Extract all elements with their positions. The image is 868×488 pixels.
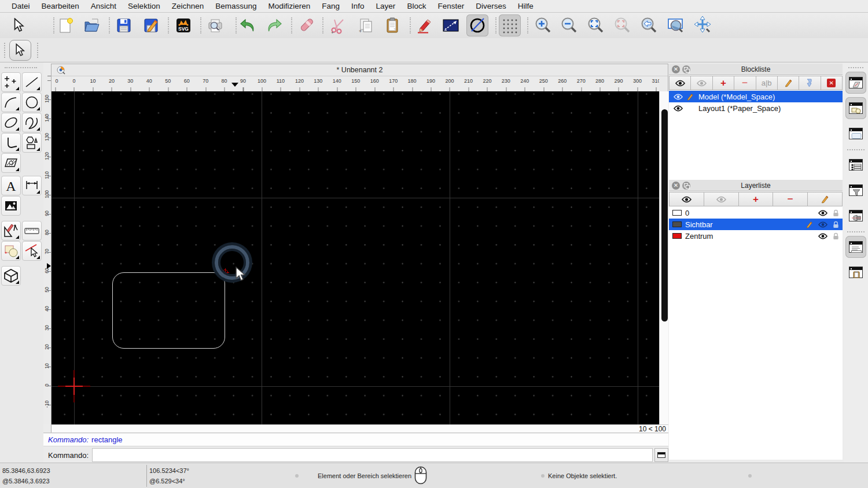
menu-layer[interactable]: Layer (370, 2, 402, 10)
tool-properties[interactable] (22, 241, 42, 261)
new-document-button[interactable] (54, 14, 76, 36)
cut-button[interactable]: + (328, 14, 350, 36)
close-icon[interactable]: ✕ (672, 65, 680, 73)
zoom-previous-button[interactable] (638, 14, 660, 36)
rename-block-button[interactable]: a|b (756, 76, 778, 90)
tool-circle[interactable] (22, 93, 42, 112)
selection-tool-button[interactable] (8, 14, 30, 36)
hide-all-blocks-button[interactable] (691, 76, 712, 90)
menu-fang[interactable]: Fang (316, 2, 345, 10)
tool-shapes[interactable] (22, 133, 42, 153)
circle-line-button[interactable] (466, 14, 488, 36)
tool-hatch[interactable] (1, 153, 21, 173)
menu-diverses[interactable]: Diverses (470, 2, 512, 10)
grid-toggle-button[interactable] (499, 14, 521, 36)
layer-item[interactable]: Zentrum (669, 230, 843, 242)
edit-block-button[interactable] (778, 76, 799, 90)
zoom-window-button[interactable] (665, 14, 687, 36)
tool-points[interactable] (1, 72, 21, 92)
undo-button[interactable] (237, 14, 259, 36)
tool-polyline[interactable] (1, 133, 21, 153)
menu-modifizieren[interactable]: Modifizieren (263, 2, 317, 10)
dock-layer-list-button[interactable] (845, 97, 866, 119)
pencil-icon[interactable] (806, 221, 813, 228)
menu-selektion[interactable]: Selektion (122, 2, 166, 10)
dock-clipboard-button[interactable] (845, 261, 866, 283)
dock-filter-button[interactable] (845, 179, 866, 201)
tool-line[interactable] (22, 72, 42, 92)
eye-icon[interactable] (818, 210, 827, 216)
menu-bemassung[interactable]: Bemassung (209, 2, 262, 10)
zoom-out-button[interactable] (558, 14, 580, 36)
tool-arc[interactable] (1, 93, 21, 112)
close-icon[interactable]: ✕ (672, 182, 680, 190)
show-all-layers-button[interactable] (669, 192, 704, 206)
eye-icon[interactable] (818, 233, 827, 239)
add-layer-button[interactable]: + (739, 192, 774, 206)
paste-button[interactable] (381, 14, 403, 36)
float-panel-icon[interactable] (682, 182, 690, 190)
menu-bearbeiten[interactable]: Bearbeiten (36, 2, 85, 10)
menu-fenster[interactable]: Fenster (432, 2, 470, 10)
menu-datei[interactable]: Datei (6, 2, 36, 10)
pencil-icon[interactable] (686, 93, 694, 101)
drawn-rounded-rectangle[interactable] (112, 272, 225, 349)
tool-dimension[interactable] (22, 176, 42, 195)
redo-button[interactable] (263, 14, 285, 36)
block-item[interactable]: Model (*Model_Space) (669, 91, 843, 102)
layer-item[interactable]: 0 (669, 207, 843, 219)
lock-icon[interactable] (833, 209, 839, 217)
dock-entity-list-button[interactable] (845, 154, 866, 176)
eye-icon[interactable] (674, 94, 683, 100)
detach-command-button[interactable] (654, 448, 668, 462)
menu-block[interactable]: Block (401, 2, 432, 10)
tool-measure[interactable] (22, 221, 42, 241)
show-all-blocks-button[interactable] (669, 76, 691, 90)
vertical-scrollbar-thumb[interactable] (661, 109, 668, 321)
dock-render-button[interactable] (845, 205, 866, 227)
zoom-selected-button[interactable] (612, 14, 634, 36)
eye-icon[interactable] (818, 221, 827, 228)
toolbar-drag-handle[interactable] (848, 67, 863, 68)
insert-block-button[interactable] (799, 76, 821, 90)
layer-item[interactable]: Sichtbar (669, 219, 843, 230)
tool-text[interactable]: A (1, 176, 21, 195)
selection-option-button[interactable] (9, 40, 31, 61)
lock-icon[interactable] (833, 232, 839, 240)
dock-library-button[interactable] (845, 123, 866, 145)
tool-spline[interactable] (22, 113, 42, 132)
vertical-scrollbar[interactable] (659, 91, 668, 424)
tool-cube[interactable] (1, 266, 21, 286)
drawing-canvas[interactable] (52, 91, 659, 424)
tool-ellipse[interactable] (1, 113, 21, 132)
block-item[interactable]: Layout1 (*Paper_Space) (669, 102, 843, 114)
command-input[interactable] (92, 448, 653, 462)
svg-export-button[interactable]: SVG (172, 14, 194, 36)
tool-image[interactable] (1, 196, 21, 216)
open-file-button[interactable] (81, 14, 103, 36)
save-button[interactable] (113, 14, 135, 36)
menu-hilfe[interactable]: Hilfe (512, 2, 539, 10)
drawing-window-titlebar[interactable]: * Unbenannt 2 (52, 64, 668, 76)
zoom-auto-button[interactable] (585, 14, 607, 36)
save-as-button[interactable] (140, 14, 162, 36)
float-panel-icon[interactable] (682, 65, 690, 73)
tool-construction[interactable] (1, 221, 21, 241)
toolbar-drag-handle[interactable] (37, 43, 38, 58)
add-block-button[interactable]: + (713, 76, 734, 90)
dock-command-line-button[interactable] (845, 236, 866, 258)
toolbar-drag-handle[interactable] (4, 43, 5, 58)
line-box-button[interactable] (440, 14, 462, 36)
zoom-pan-button[interactable] (692, 14, 713, 36)
remove-layer-button[interactable]: − (773, 192, 808, 206)
tool-order[interactable] (1, 241, 21, 261)
menu-ansicht[interactable]: Ansicht (85, 2, 122, 10)
dock-block-list-button[interactable] (845, 72, 866, 94)
hide-all-layers-button[interactable] (704, 192, 739, 206)
eye-icon[interactable] (674, 105, 683, 112)
menu-zeichnen[interactable]: Zeichnen (166, 2, 210, 10)
remove-block-button[interactable]: − (734, 76, 756, 90)
zoom-in-button[interactable] (532, 14, 554, 36)
edit-layer-button[interactable] (808, 192, 843, 206)
delete-block-button[interactable]: ✕ (821, 76, 843, 90)
